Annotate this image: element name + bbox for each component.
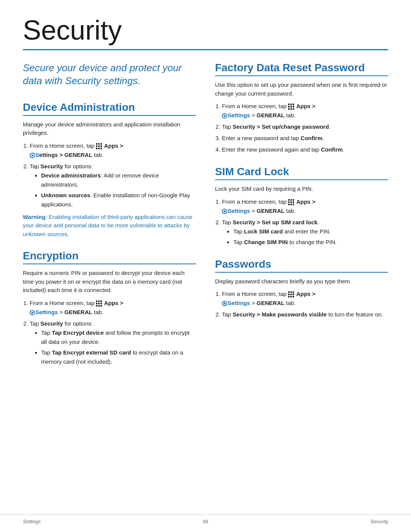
settings-icon-3 bbox=[222, 113, 227, 118]
page-number: 98 bbox=[203, 519, 208, 524]
factory-reset-step4: Enter the new password again and tap Con… bbox=[222, 145, 388, 154]
settings-icon-4 bbox=[222, 209, 227, 214]
device-admin-bullets: Device administrators: Add or remove dev… bbox=[41, 171, 196, 209]
passwords-intro: Display password characters briefly as y… bbox=[215, 277, 388, 286]
passwords-steps: From a Home screen, tap Apps > Settings … bbox=[222, 289, 388, 319]
footer-left: Settings bbox=[23, 519, 41, 524]
factory-reset-step1: From a Home screen, tap Apps > Settings … bbox=[222, 102, 388, 120]
section-title-factory-reset: Factory Data Reset Password bbox=[215, 62, 388, 76]
sim-card-bullet2: Tap Change SIM PIN to change the PIN. bbox=[233, 238, 388, 247]
encryption-intro: Require a numeric PIN or password to dec… bbox=[23, 269, 196, 295]
factory-reset-intro: Use this option to set up your password … bbox=[215, 81, 388, 98]
sim-card-intro: Lock your SIM card by requiring a PIN. bbox=[215, 185, 388, 193]
sim-card-step2: Tap Security > Set up SIM card lock. Tap… bbox=[222, 218, 388, 247]
sim-card-steps: From a Home screen, tap Apps > Settings … bbox=[222, 197, 388, 247]
device-admin-intro: Manage your device administrators and ap… bbox=[23, 120, 196, 137]
main-content: Secure your device and protect your data… bbox=[23, 62, 388, 370]
settings-icon-2 bbox=[30, 310, 35, 315]
device-admin-bullet1: Device administrators: Add or remove dev… bbox=[41, 171, 196, 189]
encryption-step2: Tap Security for options: Tap Tap Encryp… bbox=[30, 319, 196, 366]
title-divider bbox=[23, 49, 388, 50]
section-title-passwords: Passwords bbox=[215, 258, 388, 273]
page-title: Security bbox=[23, 15, 388, 45]
apps-icon-2 bbox=[96, 300, 102, 307]
device-admin-step2: Tap Security for options: Device adminis… bbox=[30, 162, 196, 209]
encryption-bullets: Tap Tap Encrypt device and follow the pr… bbox=[41, 328, 196, 366]
device-admin-bullet2: Unknown sources: Enable installation of … bbox=[41, 191, 196, 209]
settings-icon-5 bbox=[222, 301, 227, 306]
apps-icon-5 bbox=[288, 291, 294, 297]
encryption-steps: From a Home screen, tap Apps > Settings … bbox=[30, 299, 196, 366]
encryption-step1: From a Home screen, tap Apps > Settings … bbox=[30, 299, 196, 317]
encryption-bullet2: Tap Tap Encrypt external SD card to encr… bbox=[41, 348, 196, 366]
apps-icon-4 bbox=[288, 199, 294, 205]
settings-icon-1 bbox=[30, 153, 35, 158]
passwords-step2: Tap Security > Make passwords visible to… bbox=[222, 310, 388, 319]
section-title-encryption: Encryption bbox=[23, 250, 196, 264]
section-title-sim-card: SIM Card Lock bbox=[215, 166, 388, 180]
factory-reset-steps: From a Home screen, tap Apps > Settings … bbox=[222, 102, 388, 154]
sim-card-bullets: Tap Lock SIM card and enter the PIN. Tap… bbox=[233, 227, 388, 247]
passwords-step1: From a Home screen, tap Apps > Settings … bbox=[222, 289, 388, 308]
sim-card-step1: From a Home screen, tap Apps > Settings … bbox=[222, 197, 388, 216]
encryption-bullet1: Tap Tap Encrypt device and follow the pr… bbox=[41, 328, 196, 347]
footer-right: Security bbox=[370, 519, 388, 524]
section-title-device-admin: Device Administration bbox=[23, 101, 196, 116]
factory-reset-step3: Enter a new password and tap Confirm. bbox=[222, 134, 388, 143]
apps-icon-1 bbox=[96, 143, 102, 149]
right-column: Factory Data Reset Password Use this opt… bbox=[215, 62, 388, 370]
device-admin-warning: Warning: Enabling installation of third-… bbox=[23, 213, 196, 239]
apps-icon-3 bbox=[288, 104, 294, 110]
tagline: Secure your device and protect your data… bbox=[23, 62, 196, 88]
device-admin-steps: From a Home screen, tap Apps > Settings … bbox=[30, 141, 196, 209]
left-column: Secure your device and protect your data… bbox=[23, 62, 196, 370]
factory-reset-step2: Tap Security > Set up/change password. bbox=[222, 122, 388, 131]
device-admin-step1: From a Home screen, tap Apps > Settings … bbox=[30, 141, 196, 160]
sim-card-bullet1: Tap Lock SIM card and enter the PIN. bbox=[233, 227, 388, 236]
